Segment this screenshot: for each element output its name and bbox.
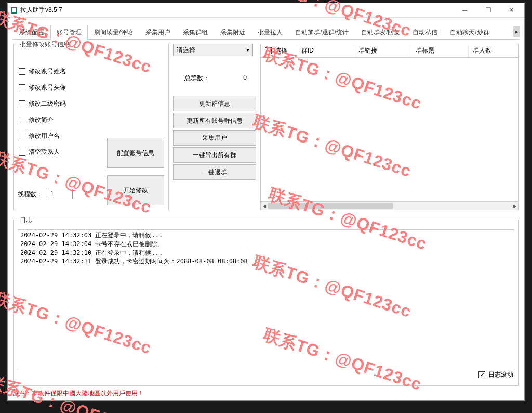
th-label: 选择	[275, 46, 287, 55]
tab-5[interactable]: 采集附近	[214, 25, 251, 39]
tab-10[interactable]: 自动聊天/炒群	[444, 25, 495, 39]
table-header-1[interactable]: 群ID	[297, 44, 354, 57]
tab-7[interactable]: 自动加群/退群/统计	[289, 25, 355, 39]
checkbox-label: 修改二级密码	[29, 99, 66, 108]
maximize-button[interactable]: ☐	[476, 4, 500, 17]
mid-button-4[interactable]: 一键退群	[173, 164, 256, 180]
tab-9[interactable]: 自动私信	[406, 25, 444, 39]
checkbox[interactable]	[19, 117, 25, 123]
close-button[interactable]: ✕	[500, 4, 523, 17]
log-legend: 日志	[18, 216, 34, 225]
chevron-down-icon: ▾	[246, 46, 249, 54]
mid-button-list: 更新群信息更新所有账号群信息采集用户一键导出所有群一键退群	[173, 94, 256, 182]
tab-8[interactable]: 自动群发/回复	[355, 25, 406, 39]
thread-input[interactable]	[48, 189, 73, 199]
table-body	[261, 58, 518, 201]
table-header-4[interactable]: 群人数	[469, 44, 510, 57]
tab-1[interactable]: 账号管理	[50, 25, 88, 40]
table-header-3[interactable]: 群标题	[411, 44, 469, 57]
checkbox[interactable]	[19, 68, 25, 75]
mid-button-0[interactable]: 更新群信息	[173, 96, 256, 111]
total-row: 总群数： 0	[173, 61, 256, 89]
log-scroll-label: 日志滚动	[488, 370, 513, 379]
checkbox[interactable]	[19, 133, 25, 139]
scroll-thumb[interactable]	[268, 203, 393, 209]
tab-scroll-right-icon[interactable]: ▶	[513, 26, 520, 37]
checkbox-label: 修改用户名	[29, 132, 60, 140]
tab-2[interactable]: 刷阅读量/评论	[88, 25, 139, 39]
mid-button-2[interactable]: 采集用户	[173, 130, 256, 146]
table-header: 选择群ID群链接群标题群人数	[261, 44, 518, 58]
horizontal-scrollbar[interactable]: ◀ ▶	[261, 201, 518, 210]
checkbox-label: 清空联系人	[29, 148, 60, 157]
checkbox-label: 修改账号姓名	[29, 67, 66, 76]
minimize-button[interactable]: ─	[453, 4, 476, 17]
total-label: 总群数：	[184, 74, 209, 83]
config-account-button[interactable]: 配置账号信息	[107, 138, 164, 168]
checkbox-label: 修改账号头像	[29, 83, 66, 92]
checkbox[interactable]	[19, 84, 25, 91]
log-footer: ✔ 日志滚动	[18, 368, 514, 381]
tab-4[interactable]: 采集群组	[177, 25, 214, 39]
window-title: 拉人助手v3.5.7	[20, 6, 453, 15]
app-icon	[11, 7, 17, 14]
tab-0[interactable]: 系统配置	[13, 25, 50, 39]
thread-row: 线程数：	[18, 189, 73, 199]
log-groupbox: 日志 2024-02-29 14:32:03 正在登录中，请稍候... 2024…	[13, 220, 519, 386]
batch-edit-legend: 批量修改账号信息	[18, 40, 72, 49]
checkbox[interactable]	[19, 149, 25, 156]
tab-3[interactable]: 采集用户	[139, 25, 177, 39]
middle-panel: 请选择 ▾ 总群数： 0 更新群信息更新所有账号群信息采集用户一键导出所有群一键…	[173, 44, 256, 210]
check-row-2: 修改二级密码	[19, 99, 164, 108]
check-row-0: 修改账号姓名	[19, 67, 164, 76]
group-select-placeholder: 请选择	[177, 46, 195, 55]
table-header-0[interactable]: 选择	[261, 44, 297, 57]
mid-button-1[interactable]: 更新所有账号群信息	[173, 113, 256, 128]
table-header-2[interactable]: 群链接	[354, 44, 411, 57]
group-select[interactable]: 请选择 ▾	[173, 44, 253, 56]
scroll-right-icon[interactable]: ▶	[511, 202, 518, 210]
select-all-checkbox[interactable]	[265, 47, 272, 54]
footer-warning: 註意：本軟件僅限中國大陸地區以外用戶使用！	[8, 388, 524, 400]
titlebar: 拉人助手v3.5.7 ─ ☐ ✕	[8, 3, 524, 18]
log-textarea[interactable]: 2024-02-29 14:32:03 正在登录中，请稍候... 2024-02…	[18, 229, 514, 368]
tab-bar: 系统配置账号管理刷阅读量/评论采集用户采集群组采集附近批量拉人自动加群/退群/统…	[13, 25, 519, 40]
window-controls: ─ ☐ ✕	[453, 4, 523, 17]
upper-panels: 批量修改账号信息 修改账号姓名修改账号头像修改二级密码修改简介修改用户名清空联系…	[13, 44, 519, 210]
check-row-3: 修改简介	[19, 115, 164, 124]
thread-label: 线程数：	[18, 190, 43, 199]
app-window: 拉人助手v3.5.7 ─ ☐ ✕ 系统配置账号管理刷阅读量/评论采集用户采集群组…	[7, 3, 525, 401]
log-scroll-checkbox[interactable]: ✔	[478, 371, 485, 378]
checkbox[interactable]	[19, 100, 25, 107]
tab-6[interactable]: 批量拉人	[251, 25, 289, 39]
batch-edit-groupbox: 批量修改账号信息 修改账号姓名修改账号头像修改二级密码修改简介修改用户名清空联系…	[13, 44, 169, 210]
check-row-1: 修改账号头像	[19, 83, 164, 92]
mid-button-3[interactable]: 一键导出所有群	[173, 147, 256, 163]
group-table-panel: 选择群ID群链接群标题群人数 ◀ ▶	[260, 44, 519, 210]
total-value: 0	[243, 74, 247, 83]
content-area: 批量修改账号信息 修改账号姓名修改账号头像修改二级密码修改简介修改用户名清空联系…	[8, 40, 524, 388]
scroll-left-icon[interactable]: ◀	[261, 202, 268, 210]
start-modify-button[interactable]: 开始修改	[107, 175, 164, 205]
checkbox-label: 修改简介	[29, 115, 54, 124]
